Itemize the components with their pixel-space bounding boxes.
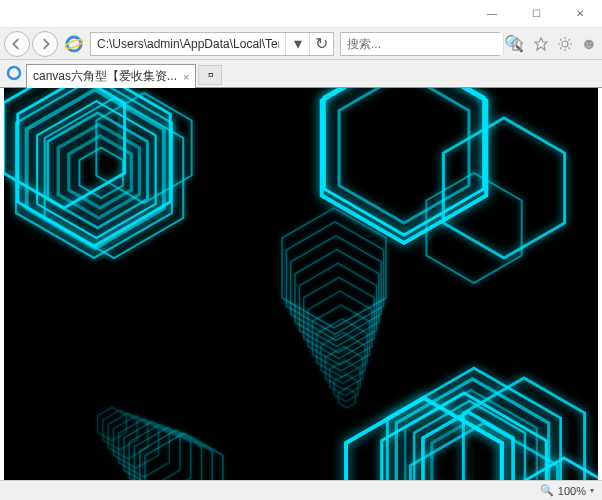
zoom-level[interactable]: 100% [558,485,586,497]
feedback-icon[interactable]: ☻ [580,35,598,53]
tab-close-button[interactable]: × [183,71,189,83]
tab-bar: canvas六角型【爱收集资... × ▫ [0,60,602,88]
page-content [4,88,598,480]
back-button[interactable] [4,31,30,57]
tab-title: canvas六角型【爱收集资... [33,68,177,85]
ie-logo-icon [64,34,84,54]
status-bar: 🔍 100% ▾ [0,480,602,500]
zoom-icon[interactable]: 🔍 [540,484,554,497]
window-titlebar: — ☐ ✕ [0,0,602,28]
toolbar-icons: ☻ [508,35,598,53]
favorites-icon[interactable] [532,35,550,53]
new-tab-button[interactable]: ▫ [198,65,222,85]
minimize-button[interactable]: — [470,0,514,28]
nav-toolbar: ▾ ↻ 🔍 ☻ [0,28,602,60]
active-tab[interactable]: canvas六角型【爱收集资... × [26,64,196,88]
refresh-button[interactable]: ↻ [309,33,333,55]
hexagon-canvas [4,88,598,480]
forward-button[interactable] [32,31,58,57]
search-input[interactable] [341,33,503,55]
address-bar[interactable]: ▾ ↻ [90,32,334,56]
close-button[interactable]: ✕ [558,0,602,28]
svg-point-2 [562,41,568,47]
search-bar[interactable]: 🔍 [340,32,500,56]
address-dropdown-icon[interactable]: ▾ [285,33,309,55]
home-icon[interactable] [508,35,526,53]
page-favicon-icon [6,65,22,81]
maximize-button[interactable]: ☐ [514,0,558,28]
svg-point-3 [8,67,20,79]
zoom-dropdown-icon[interactable]: ▾ [590,486,594,495]
address-input[interactable] [91,33,285,55]
tools-icon[interactable] [556,35,574,53]
